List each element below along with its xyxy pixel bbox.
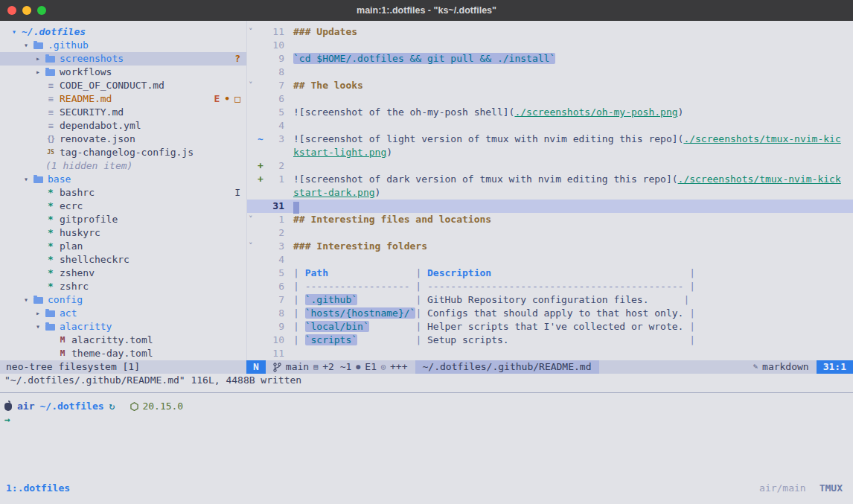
tree-item-ecrc[interactable]: *ecrc <box>0 200 246 213</box>
line-number: 2 <box>266 226 284 240</box>
line-number: 7 <box>266 293 284 307</box>
line-text: ![screenshot of the oh-my-posh shell](./… <box>293 106 683 119</box>
tree-expander-icon[interactable]: ▾ <box>24 173 33 186</box>
tmux-window-label[interactable]: 1:.dotfiles <box>6 482 70 495</box>
tree-expander-icon[interactable]: ▸ <box>36 52 45 66</box>
editor-line[interactable]: 10 <box>247 39 853 52</box>
editor-line[interactable]: 11 <box>247 347 853 360</box>
editor-pane[interactable]: ˅11### Updates109`cd $HOME/.dotfiles && … <box>246 21 853 360</box>
tree-item-shellcheckrc[interactable]: *shellcheckrc <box>0 253 246 267</box>
filetype-label: markdown <box>762 360 809 374</box>
editor-line[interactable]: 10| `scripts` | Setup scripts. | <box>247 334 853 347</box>
tree-item-screenshots[interactable]: ▸screenshots? <box>0 52 246 66</box>
tree-item-bashrc[interactable]: *bashrcI <box>0 186 246 200</box>
text-segment: start-dark.png <box>293 187 375 198</box>
current-directory: ~/.dotfiles <box>39 400 103 413</box>
zoom-button[interactable] <box>37 6 46 15</box>
editor-line[interactable]: 4 <box>247 119 853 133</box>
editor-line[interactable]: 7| `.github` | GitHub Repository configu… <box>247 293 853 307</box>
tree-expander-icon[interactable]: ▾ <box>24 39 33 52</box>
tree-label: .github <box>48 39 89 52</box>
editor-line[interactable]: 8 <box>247 66 853 79</box>
text-segment: | <box>293 267 305 278</box>
tree-item-base[interactable]: ▾base <box>0 173 246 186</box>
editor-line[interactable]: 9`cd $HOME/.dotfiles && git pull && ./in… <box>247 52 853 66</box>
editor-wrap-line[interactable]: start-dark.png) <box>247 186 853 200</box>
tree-item-theme-day-toml[interactable]: Mtheme-day.toml <box>0 347 246 360</box>
tree-item-readme-md[interactable]: ≡README.mdE•□ <box>0 92 246 106</box>
tree-item-zshenv[interactable]: *zshenv <box>0 267 246 280</box>
text-segment: | <box>293 307 305 319</box>
editor-line[interactable]: ˅3### Interesting folders <box>247 240 853 253</box>
fold-icon[interactable]: ˅ <box>247 79 258 92</box>
sign-column <box>258 106 266 119</box>
tree-item-code-of-conduct-md[interactable]: ≡CODE_OF_CONDUCT.md <box>0 79 246 92</box>
editor-line[interactable]: ˅11### Updates <box>247 25 853 39</box>
tree-item-1-hidden-item[interactable]: (1 hidden item) <box>0 159 246 173</box>
tree-item-config[interactable]: ▾config <box>0 293 246 307</box>
tree-item-security-md[interactable]: ≡SECURITY.md <box>0 106 246 119</box>
tree-item-act[interactable]: ▸act <box>0 307 246 320</box>
editor-line[interactable]: 2 <box>247 226 853 240</box>
tree-item-alacritty-toml[interactable]: Malacritty.toml <box>0 334 246 347</box>
cursor-position: 31:1 <box>817 360 853 374</box>
command-message-line: "~/.dotfiles/.github/README.md" 116L, 44… <box>0 374 853 387</box>
tmux-pane-separator[interactable] <box>0 392 853 393</box>
text-segment: | <box>683 267 695 278</box>
fold-icon[interactable]: ˅ <box>247 25 258 39</box>
tree-item-workflows[interactable]: ▸workflows <box>0 66 246 79</box>
tree-item-renovate-json[interactable]: {}renovate.json <box>0 133 246 146</box>
editor-wrap-line[interactable]: kstart-light.png) <box>247 146 853 159</box>
tree-item-dependabot-yml[interactable]: ≡dependabot.yml <box>0 119 246 133</box>
tree-item-zshrc[interactable]: *zshrc <box>0 280 246 293</box>
sign-column <box>258 146 266 159</box>
editor-line[interactable]: ˅7## The looks <box>247 79 853 92</box>
shell-input-line[interactable]: → <box>4 413 853 427</box>
text-segment: Path <box>305 267 328 278</box>
editor-line[interactable]: 4 <box>247 253 853 267</box>
line-number: 4 <box>266 253 284 267</box>
editor-line[interactable]: 5![screenshot of the oh-my-posh shell](.… <box>247 106 853 119</box>
tree-item-plan[interactable]: *plan <box>0 240 246 253</box>
tree-label: workflows <box>60 66 112 79</box>
editor-line[interactable]: 8| `hosts/{hostname}/`| Configs that sho… <box>247 307 853 320</box>
window-titlebar[interactable]: main:1:.dotfiles - "ks~/.dotfiles" <box>0 0 853 21</box>
tree-item-huskyrc[interactable]: *huskyrc <box>0 226 246 240</box>
tree-item-alacritty[interactable]: ▾alacritty <box>0 320 246 334</box>
tree-expander-icon[interactable]: ▸ <box>36 307 45 320</box>
minimize-button[interactable] <box>22 6 31 15</box>
editor-line[interactable]: 6| ------------------ | ----------------… <box>247 280 853 293</box>
rc-file-icon: * <box>45 226 56 240</box>
sign-column <box>258 267 266 280</box>
tree-label: alacritty.toml <box>71 334 153 347</box>
text-segment: | <box>415 321 427 332</box>
tree-item-tag-changelog-config-js[interactable]: JStag-changelog-config.js <box>0 146 246 159</box>
line-number <box>266 186 284 200</box>
tree-expander-icon[interactable]: ▾ <box>36 320 45 334</box>
js-file-icon: JS <box>45 146 56 159</box>
tree-item-dotfiles[interactable]: ▾~/.dotfiles <box>0 25 246 39</box>
tree-item-github[interactable]: ▾.github <box>0 39 246 52</box>
editor-line[interactable]: +1![screenshot of dark version of tmux w… <box>247 173 853 186</box>
line-number: 9 <box>266 52 284 66</box>
text-segment: Configs that should apply to that host o… <box>427 307 683 319</box>
editor-line[interactable]: +2 <box>247 159 853 173</box>
editor-line[interactable]: 5| Path | Description | <box>247 267 853 280</box>
fold-icon[interactable]: ˅ <box>247 213 258 226</box>
editor-line[interactable]: ˅1## Interesting files and locations <box>247 213 853 226</box>
fold-icon[interactable]: ˅ <box>247 240 258 253</box>
text-segment: GitHub Repository configuration files. <box>427 294 678 305</box>
close-button[interactable] <box>7 6 16 15</box>
tree-expander-icon[interactable]: ▸ <box>36 66 45 79</box>
window-title: main:1:.dotfiles - "ks~/.dotfiles" <box>357 5 496 16</box>
editor-line[interactable]: 6 <box>247 92 853 106</box>
tree-label: bashrc <box>60 186 95 200</box>
editor-line[interactable]: ~3![screenshot of light version of tmux … <box>247 133 853 146</box>
tree-expander-icon[interactable]: ▾ <box>24 293 33 307</box>
editor-cursor-line[interactable]: 31 <box>247 200 853 213</box>
tree-item-gitprofile[interactable]: *gitprofile <box>0 213 246 226</box>
editor-line[interactable]: 9| `local/bin` | Helper scripts that I'v… <box>247 320 853 334</box>
shell-pane[interactable]: air ~/.dotfiles ↻ 20.15.0 → <box>0 400 853 427</box>
text-segment: ./screenshots/tmux-nvim-kick <box>678 173 841 185</box>
tree-label: ~/.dotfiles <box>22 25 86 39</box>
